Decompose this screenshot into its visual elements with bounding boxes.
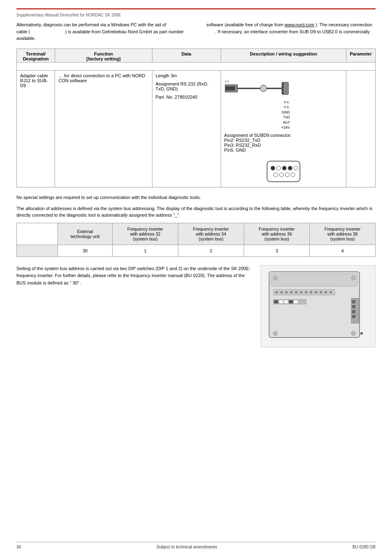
intro-text4: ) is available from Getriebebau Nord Gmb…	[65, 29, 184, 34]
table-row: Adapter cable RJ12 to SUB-D9 … for direc…	[17, 70, 376, 187]
addr-data-row: 30 1 2 3 4	[17, 245, 376, 257]
svg-rect-43	[289, 300, 293, 303]
col-terminal: Terminal/ Designation	[17, 49, 55, 62]
svg-point-32	[300, 291, 302, 294]
svg-rect-3	[230, 86, 233, 90]
svg-rect-44	[294, 300, 298, 303]
svg-point-48	[351, 276, 355, 280]
svg-rect-14	[267, 161, 300, 182]
bottom-section: Setting of the system bus address is car…	[16, 265, 376, 348]
bottom-paragraph: Setting of the system bus address is car…	[16, 265, 252, 287]
intro-link[interactable]: www.nord.com	[285, 22, 314, 27]
svg-rect-12	[282, 92, 284, 94]
para1-text: No special settings are required to set …	[16, 194, 376, 201]
svg-point-36	[320, 291, 322, 294]
page-footer: 34 Subject to technical amendments BU 02…	[16, 542, 376, 549]
svg-point-33	[305, 291, 307, 294]
spacer-row	[17, 62, 376, 70]
addr-col-36: Frequency inverter with address 36 (syst…	[244, 223, 310, 245]
para2-text: The allocation of addresses is defined v…	[16, 205, 376, 219]
svg-point-34	[310, 291, 312, 294]
connector-diagram: n.c. n.c.n.c.GNDTxDRxT+24V	[224, 73, 343, 131]
svg-rect-1	[225, 86, 228, 90]
part-no: Part. No. 278910240	[156, 95, 217, 99]
svg-point-6	[260, 85, 267, 92]
svg-point-31	[295, 291, 297, 294]
para2-part1: The allocation of addresses is defined v…	[16, 206, 372, 218]
svg-rect-55	[352, 315, 355, 318]
para2-part2: ".	[178, 213, 180, 217]
parameter-col	[346, 70, 376, 187]
header-text: Supplementary Manual DeviceNet for NORDA…	[16, 13, 376, 17]
svg-rect-54	[352, 310, 355, 313]
svg-point-35	[315, 291, 317, 294]
pin5: Pin5: GND	[224, 148, 343, 153]
val-2: 2	[178, 245, 244, 257]
assignment-text: Assignment RS 232 (RxD, TxD, GND)	[156, 81, 217, 91]
addr-col-38: Frequency inverter with address 38 (syst…	[309, 223, 375, 245]
svg-rect-40	[274, 300, 278, 303]
pin2: Pin2: RS232_TxD	[224, 138, 343, 143]
length-text: Length 3m	[156, 73, 217, 78]
device-svg: →	[261, 265, 376, 347]
pin3: Pin3: RS232_RxD	[224, 143, 343, 148]
svg-point-30	[290, 291, 293, 294]
svg-point-49	[273, 331, 277, 335]
cable-svg-area: n.c. n.c.n.c.GNDTxDRxT+24V	[224, 73, 290, 131]
svg-point-47	[273, 276, 277, 280]
svg-rect-25	[271, 274, 357, 286]
assign-header: Assignment of SUBD9 connector:	[224, 133, 343, 138]
svg-rect-2	[228, 86, 230, 90]
description-col: n.c. n.c.n.c.GNDTxDRxT+24V Assignment of…	[221, 70, 346, 187]
svg-rect-52	[352, 300, 355, 303]
svg-point-20	[274, 173, 278, 177]
svg-point-17	[282, 166, 286, 170]
addr-col-34: Frequency inverter with address 34 (syst…	[178, 223, 244, 245]
svg-point-16	[277, 166, 281, 170]
svg-point-22	[285, 173, 289, 177]
svg-point-28	[280, 291, 283, 294]
svg-text:n.c.: n.c.	[225, 80, 230, 83]
addr-row-label	[17, 245, 58, 257]
addr-col-ext-tech: Externaltechnology unit	[58, 223, 113, 245]
col-function: Function [factory setting]	[55, 49, 152, 62]
svg-point-46	[360, 332, 363, 335]
address-table: Externaltechnology unit Frequency invert…	[16, 223, 376, 257]
val-3: 3	[244, 245, 310, 257]
val-1: 1	[113, 245, 178, 257]
addr-col-32: Frequency inverter with address 32 (syst…	[113, 223, 178, 245]
svg-point-19	[294, 166, 298, 170]
intro-text2: software (available free of charge from	[206, 22, 284, 27]
svg-rect-53	[352, 305, 355, 308]
device-image-block: →	[261, 265, 376, 348]
bottom-text-block: Setting of the system bus address is car…	[16, 265, 252, 348]
svg-point-50	[351, 331, 355, 335]
svg-point-27	[275, 291, 278, 294]
terminal-designation: Adapter cable RJ12 to SUB-D9	[17, 70, 55, 187]
svg-rect-42	[284, 300, 288, 303]
svg-point-38	[330, 291, 332, 294]
footer-right: BU 0280 GB	[353, 545, 376, 549]
data-col: Length 3m Assignment RS 232 (RxD, TxD, G…	[152, 70, 221, 187]
svg-rect-4	[233, 86, 235, 90]
addr-col-blank	[17, 223, 58, 245]
intro-paragraph: Alternatively, diagnosis can be performe…	[16, 21, 376, 42]
header-bar	[16, 8, 376, 9]
footer-center: Subject to technical amendments	[157, 545, 217, 549]
svg-point-29	[285, 291, 288, 294]
intro-text1: Alternatively, diagnosis can be performe…	[16, 22, 166, 27]
d9-svg	[263, 159, 304, 184]
svg-rect-9	[282, 83, 284, 85]
d9-connector-diagram	[224, 159, 343, 185]
cable-diagram-svg: n.c.	[224, 73, 290, 106]
svg-point-18	[288, 166, 292, 170]
col-data: Data	[152, 49, 221, 62]
svg-rect-11	[282, 89, 284, 91]
svg-rect-10	[282, 86, 284, 88]
svg-point-15	[271, 166, 275, 170]
page-number: 34	[16, 545, 21, 549]
function-desc: … for direct connection to a PC with NOR…	[55, 70, 152, 187]
col-description: Description / wiring suggestion	[221, 49, 346, 62]
svg-point-37	[325, 291, 327, 294]
svg-point-23	[291, 173, 295, 177]
